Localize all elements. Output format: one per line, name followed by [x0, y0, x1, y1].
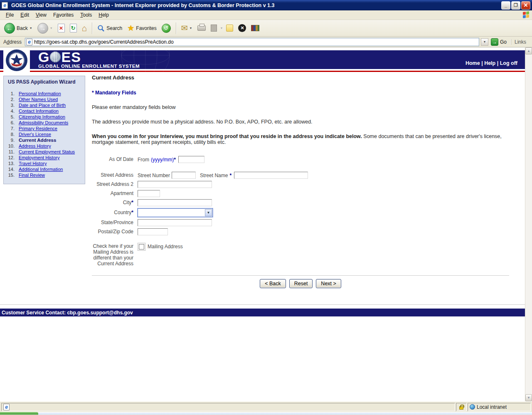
minimize-button[interactable]: _	[501, 1, 510, 10]
sidebar-item-current-employment-status[interactable]: 11.Current Employment Status	[4, 149, 85, 155]
window-title: GOES Global Online Enrollment System - I…	[11, 2, 501, 8]
address-dropdown-icon[interactable]: ▼	[481, 38, 488, 46]
address-label: Address	[2, 39, 23, 45]
current-address-form: As Of Date From (yyyy/mm) * Street Addre…	[92, 156, 509, 267]
favorites-star-icon: ★	[127, 24, 134, 32]
zone-label: Local intranet	[477, 404, 507, 410]
search-icon	[97, 25, 105, 32]
sidebar-item-address-history[interactable]: 10.Address History	[4, 143, 85, 149]
sidebar-item-travel-history[interactable]: 13.Travel History	[4, 161, 85, 166]
start-button[interactable]	[0, 412, 38, 415]
messenger-button[interactable]	[224, 24, 235, 32]
mail-dropdown-icon[interactable]: ▼	[190, 27, 192, 30]
country-select[interactable]: ▼	[138, 208, 213, 217]
postal-zip-input[interactable]	[138, 228, 168, 235]
logo-letters-es: ES	[61, 51, 81, 63]
intranet-globe-icon	[470, 404, 475, 410]
ie-window-icon: e	[2, 2, 9, 9]
sidebar-item-contact-information[interactable]: 4.Contact Information	[4, 108, 85, 114]
goes-logo: G ES GLOBAL ONLINE ENROLLMENT SYSTEM	[38, 51, 140, 69]
address-input[interactable]: e https://goes-sat.cbp.dhs.gov/goes/Curr…	[25, 38, 479, 46]
street-number-input[interactable]	[172, 172, 196, 179]
title-bar: e GOES Global Online Enrollment System -…	[0, 0, 532, 10]
mail-button[interactable]: ✉ ▼	[180, 23, 194, 33]
edit-button[interactable]	[209, 24, 219, 32]
page-header: G ES GLOBAL ONLINE ENROLLMENT SYSTEM Hom…	[0, 47, 525, 72]
toolbar-separator	[176, 22, 176, 34]
refresh-icon: ↻	[70, 24, 77, 32]
mailing-address-row: Check here if your Mailing Address is di…	[92, 243, 509, 267]
apartment-input[interactable]	[138, 190, 160, 197]
sidebar-item-final-review[interactable]: 15.Final Review	[4, 172, 85, 178]
menu-favorites[interactable]: Favorites	[50, 11, 77, 19]
menu-bar: File Edit View Favorites Tools Help	[0, 10, 532, 20]
go-button[interactable]: → Go	[490, 38, 509, 46]
chevron-down-icon[interactable]: ▼	[205, 209, 212, 216]
links-toolbar-label[interactable]: Links	[511, 39, 530, 45]
menu-tools[interactable]: Tools	[77, 11, 95, 19]
back-button[interactable]: ← Back ▼	[2, 22, 34, 35]
home-button[interactable]: ⌂	[80, 23, 89, 33]
refresh-button[interactable]: ↻	[68, 23, 79, 33]
scroll-up-icon[interactable]: ▲	[525, 47, 532, 54]
dhs-seal	[3, 48, 30, 72]
msn-button[interactable]: ✕	[236, 23, 248, 33]
vertical-scrollbar[interactable]: ▲ ▼	[525, 47, 532, 401]
goes-banner: G ES GLOBAL ONLINE ENROLLMENT SYSTEM Hom…	[0, 50, 525, 69]
print-button[interactable]	[196, 25, 207, 32]
customer-service-contact: Customer Service Contact: cbp.goes.suppo…	[0, 310, 133, 316]
forward-button[interactable]: → ▼	[36, 22, 54, 35]
scroll-down-icon[interactable]: ▼	[525, 394, 532, 401]
mandatory-fields-note: * Mandatory Fields	[92, 90, 509, 96]
footer-divider	[0, 304, 525, 305]
logo-letter-g: G	[38, 51, 49, 63]
address-url: https://goes-sat.cbp.dhs.gov/goes/Curren…	[34, 39, 478, 45]
history-button[interactable]: ↺	[160, 23, 172, 34]
sidebar-item-drivers-license[interactable]: 8.Driver's License	[4, 131, 85, 137]
menu-view[interactable]: View	[32, 11, 50, 19]
street-address-row: Street Address Street Number Street Name…	[92, 172, 509, 179]
forward-dropdown-icon: ▼	[50, 27, 53, 30]
street-name-input[interactable]	[234, 172, 308, 179]
mailing-address-checkbox[interactable]	[139, 244, 144, 249]
header-nav-links[interactable]: Home | Help | Log off	[466, 60, 517, 66]
sidebar-item-current-address[interactable]: 9.Current Address	[4, 137, 85, 143]
favorites-button[interactable]: ★ Favorites	[126, 23, 158, 33]
wizard-sidebar: US PASS Application Wizard 1.Personal In…	[3, 76, 85, 184]
street-address2-input[interactable]	[138, 181, 212, 188]
sidebar-item-employment-history[interactable]: 12.Employment History	[4, 155, 85, 161]
go-arrow-icon: →	[491, 38, 498, 46]
city-input[interactable]	[138, 199, 212, 206]
from-date-input[interactable]	[178, 156, 204, 163]
menu-help[interactable]: Help	[95, 11, 112, 19]
stop-button[interactable]: ✕	[56, 23, 66, 33]
sidebar-item-other-names-used[interactable]: 2.Other Names Used	[4, 96, 85, 102]
state-province-input[interactable]	[138, 219, 212, 226]
sidebar-item-date-and-place-of-birth[interactable]: 3.Date and Place of Birth	[4, 102, 85, 108]
restore-button[interactable]: ❐	[511, 1, 520, 10]
lock-icon	[459, 406, 463, 410]
back-dropdown-icon[interactable]: ▼	[30, 27, 32, 30]
status-message-panel: e	[1, 403, 455, 411]
sidebar-item-primary-residence[interactable]: 7.Primary Residence	[4, 126, 85, 131]
close-button[interactable]: ✕	[521, 1, 530, 10]
home-icon: ⌂	[82, 24, 87, 32]
mail-icon: ✉	[181, 24, 188, 32]
sidebar-item-additional-information[interactable]: 14.Additional Information	[4, 166, 85, 172]
button-divider	[92, 275, 509, 276]
menu-edit[interactable]: Edit	[17, 11, 32, 19]
city-row: City*	[92, 199, 509, 206]
menu-file[interactable]: File	[2, 11, 17, 19]
sidebar-item-personal-information[interactable]: 1.Personal Information	[4, 91, 85, 96]
reset-button[interactable]: Reset	[289, 279, 313, 288]
instruction-text: Please enter mandatory fields below	[92, 104, 509, 110]
next-button[interactable]: Next >	[316, 279, 341, 288]
browser-viewport: G ES GLOBAL ONLINE ENROLLMENT SYSTEM Hom…	[0, 47, 532, 401]
research-button[interactable]	[249, 24, 261, 32]
toolbar-separator	[92, 22, 92, 34]
search-button[interactable]: Search	[96, 24, 124, 33]
sidebar-item-citizenship-information[interactable]: 5.Citizenship Information	[4, 114, 85, 120]
sidebar-item-admissibility-documents[interactable]: 6.Admissibility Documents	[4, 120, 85, 126]
back-wizard-button[interactable]: < Back	[260, 279, 286, 288]
stop-icon: ✕	[58, 24, 65, 32]
